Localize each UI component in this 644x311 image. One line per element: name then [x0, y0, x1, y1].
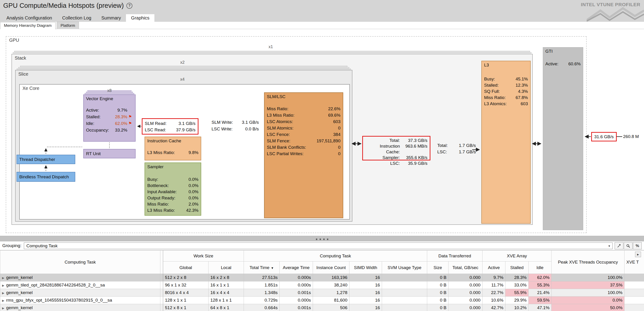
tab-analysis-configuration[interactable]: Analysis Configuration	[2, 14, 57, 22]
data-cell: 47.1%	[528, 304, 552, 311]
metric-label: LSC Read:	[145, 127, 176, 133]
column-header-local[interactable]: Local	[208, 262, 244, 274]
thread-dispatcher-box[interactable]: Thread Dispatcher	[16, 155, 75, 164]
customize-grouping-button[interactable]	[615, 242, 623, 249]
l3-metrics: Busy:45.1%Stalled:12.3%SQ Full:4.3%Miss …	[482, 76, 530, 107]
data-cell: 0 B	[427, 297, 448, 304]
grouping-select[interactable]: Computing Task ▾	[24, 243, 612, 249]
bindless-thread-dispatch-box[interactable]: Bindless Thread Dispatch	[16, 172, 75, 182]
tab-summary[interactable]: Summary	[96, 14, 126, 22]
l3-inbound-traffic-box[interactable]: Total:37.3 GB/sInstruction Cache:963.6 M…	[362, 136, 430, 160]
table-row[interactable]: ▶rms_gpu_bfyx_opt_10455591504337802915_0…	[0, 297, 644, 304]
display-options-button[interactable]: %	[633, 242, 642, 249]
metric-label: Total:	[437, 142, 459, 149]
stack-label: Stack	[15, 55, 26, 61]
data-cell: 62.0%	[528, 274, 552, 282]
column-header-average-time[interactable]: Average Time	[280, 262, 313, 274]
l3-box[interactable]: L3 Busy:45.1%Stalled:12.3%SQ Full:4.3%Mi…	[481, 61, 531, 224]
slm-lsc-read-box[interactable]: SLM Read:3.1 GB/sLSC Read:37.9 GB/s	[142, 118, 198, 135]
metric-value: 384	[333, 131, 340, 138]
grouping-value: Computing Task	[26, 243, 58, 249]
expand-columns-button[interactable]: ▶	[635, 252, 641, 257]
table-row[interactable]: ▶gemm_kernel8016 x 4 x 416 x 4 x 41.348s…	[0, 289, 644, 297]
metric-label: Active:	[86, 107, 118, 113]
column-header-svm-usage-type[interactable]: SVM Usage Type	[382, 262, 427, 274]
metric-value: 2.0%	[188, 201, 198, 207]
metric-row: Total:37.3 GB/s	[365, 137, 428, 143]
pinned-column-separator	[160, 251, 163, 274]
metric-label: Bottleneck:	[147, 182, 188, 189]
metric-value: 67.8%	[516, 94, 528, 101]
vtune-app: GPU Compute/Media Hotspots (preview) ? I…	[0, 0, 644, 311]
sampler-box[interactable]: Sampler Busy:0.0%Bottleneck:0.0%Input Av…	[144, 162, 201, 216]
metric-label: L3 Miss Ratio:	[147, 149, 188, 156]
edge-bandwidth-value: 260.8 M	[623, 134, 639, 139]
column-header-simd-width[interactable]: SIMD Width	[350, 262, 382, 274]
metric-label: LSC Fence:	[267, 131, 333, 138]
help-icon[interactable]: ?	[126, 3, 132, 9]
metric-label: Miss Ratio:	[267, 106, 328, 112]
data-cell: 55.9%	[506, 289, 528, 297]
column-header-xve-clipped[interactable]: XVE T	[624, 251, 644, 274]
slm-lsc-box[interactable]: SLM/LSC Miss Ratio:22.6%L3 Miss Ratio:69…	[264, 92, 343, 218]
data-cell: 163,196	[313, 274, 350, 282]
metric-value: 0.0%	[188, 195, 198, 201]
gti-box[interactable]: GTI Active:60.6%	[543, 47, 583, 230]
column-header-idle[interactable]: Idle	[528, 262, 552, 274]
data-cell: 128 x 1 x 1	[163, 297, 208, 304]
gti-bandwidth-box[interactable]: 31.6 GB/s	[591, 132, 617, 141]
metric-row: LSC:1.7 GB/s	[437, 149, 476, 155]
computing-task-name: gemm_kernel	[6, 290, 32, 295]
data-cell: 81,600	[313, 297, 350, 304]
search-button[interactable]	[624, 242, 632, 249]
instruction-cache-box[interactable]: Instruction Cache L3 Miss Ratio:9.8%	[144, 137, 201, 160]
metric-value: 37.9 GB/s	[176, 127, 196, 133]
column-header-instance-count[interactable]: Instance Count	[313, 262, 350, 274]
metric-value: 28.3%	[115, 113, 127, 120]
computing-task-cell[interactable]: ▶gemm_kernel	[0, 274, 160, 282]
table-row[interactable]: ▶gemm_kernel512 x 2 x 816 x 2 x 827.513s…	[0, 274, 644, 282]
expand-row-icon[interactable]: ▶	[2, 291, 4, 295]
data-cell	[624, 274, 644, 282]
column-header-total-gb-sec[interactable]: Total, GB/sec	[448, 262, 482, 274]
rt-unit-box[interactable]: RT Unit	[83, 149, 136, 158]
metric-label: Miss Ratio:	[484, 94, 516, 101]
group-header-work-size: Work Size	[163, 251, 244, 262]
tab-memory-hierarchy-diagram[interactable]: Memory Hierarchy Diagram	[0, 22, 56, 29]
tab-graphics[interactable]: Graphics	[126, 14, 154, 22]
computing-task-cell[interactable]: ▶gemm_kernel	[0, 304, 160, 311]
pane-splitter[interactable]	[0, 236, 644, 241]
tab-collection-log[interactable]: Collection Log	[57, 14, 96, 22]
l3-outbound-metrics: Total:1.7 GB/sLSC:1.7 GB/s	[437, 142, 476, 155]
table-row[interactable]: ▶gemm_tiled_opt_2842818867442264528_2_0_…	[0, 282, 644, 289]
metric-row: SQ Full:4.3%	[484, 88, 528, 94]
computing-task-cell[interactable]: ▶rms_gpu_bfyx_opt_10455591504337802915_0…	[0, 297, 160, 304]
column-header-stalled[interactable]: Stalled	[506, 262, 528, 274]
column-header-peak-xve-threads-occupancy[interactable]: Peak XVE Threads Occupancy	[552, 251, 624, 274]
computing-task-cell[interactable]: ▶gemm_kernel	[0, 289, 160, 297]
metric-label: Sampler:	[365, 155, 402, 160]
column-header-global[interactable]: Global	[163, 262, 208, 274]
expand-row-icon[interactable]: ▶	[2, 284, 4, 287]
data-cell: 16	[350, 274, 382, 282]
metric-value: 603	[520, 101, 528, 107]
tab-platform[interactable]: Platform	[57, 22, 79, 29]
column-header-computing-task[interactable]: Computing Task	[0, 251, 160, 274]
expand-row-icon[interactable]: ▶	[2, 307, 4, 310]
metric-value: 4.3%	[518, 88, 528, 94]
column-header-total-time[interactable]: Total Time▼	[244, 262, 280, 274]
metric-label: LSC:	[437, 149, 459, 155]
column-header-size[interactable]: Size	[427, 262, 448, 274]
data-cell: 0 B	[427, 274, 448, 282]
expand-row-icon[interactable]: ▶	[2, 299, 4, 302]
warning-flag-icon: ⚑	[128, 113, 132, 120]
vector-engine-box[interactable]: Vector Engine Active:9.7%Stalled:28.3%⚑I…	[83, 94, 136, 142]
expand-row-icon[interactable]: ▶	[2, 276, 4, 280]
column-header-active[interactable]: Active	[482, 262, 506, 274]
data-cell: 0.000	[448, 274, 482, 282]
computing-task-name: gemm_kernel	[6, 305, 32, 310]
table-row[interactable]: ▶gemm_kernel512 x 8 x 164 x 8 x 10.664s0…	[0, 304, 644, 311]
data-cell: 0.001s	[280, 304, 313, 311]
computing-task-cell[interactable]: ▶gemm_tiled_opt_2842818867442264528_2_0_…	[0, 282, 160, 289]
metric-value: 45.1%	[516, 76, 528, 82]
